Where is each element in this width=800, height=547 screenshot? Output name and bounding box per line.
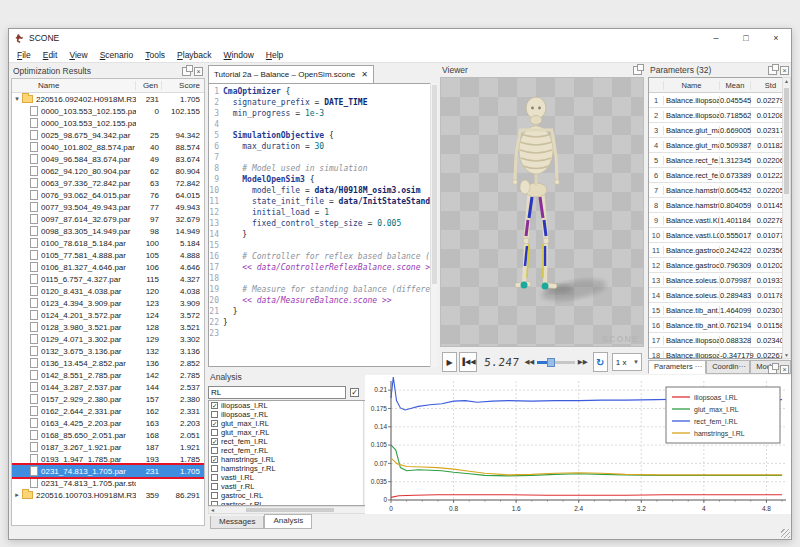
- parameters-scrollbar[interactable]: ▲ ▼: [782, 77, 791, 359]
- code-line[interactable]: 13 fixed_control_step_size = 0.005: [209, 218, 437, 229]
- menu-help[interactable]: Help: [260, 49, 289, 61]
- title-bar[interactable]: SCONE – □ ×: [9, 29, 791, 47]
- tree-row[interactable]: 0162_2.644_2.331.par1622.331: [12, 405, 204, 417]
- tree-row[interactable]: 0000_103.553_102.155.par.sto: [12, 117, 204, 129]
- channel-checkbox[interactable]: [211, 411, 218, 418]
- tab-close-icon[interactable]: ✕: [361, 70, 368, 79]
- menu-tools[interactable]: Tools: [139, 49, 171, 61]
- tree-row[interactable]: 0040_101.802_88.574.par4088.574: [12, 141, 204, 153]
- float-panel-icon[interactable]: [633, 66, 642, 75]
- menu-window[interactable]: Window: [218, 49, 260, 61]
- channel-checkbox[interactable]: [211, 492, 218, 499]
- tree-row[interactable]: 0049_96.584_83.674.par4983.674: [12, 153, 204, 165]
- tree-row[interactable]: 0077_93.504_49.943.par7749.943: [12, 201, 204, 213]
- parameter-row[interactable]: 4Balance.glut_ma...0.5093870.011820: [649, 138, 790, 153]
- tab-coordin[interactable]: Coordin···: [706, 360, 750, 374]
- float-panel-icon[interactable]: [768, 66, 777, 75]
- parameters-header-row[interactable]: NameMeanStd: [649, 78, 790, 93]
- tree-row[interactable]: ▸220516.100703.H0918M.R32.BW.D...35986.2…: [12, 489, 204, 501]
- float-panel-icon[interactable]: [182, 67, 191, 76]
- tree-row[interactable]: 0000_103.553_102.155.par0102.155: [12, 105, 204, 117]
- editor-tab[interactable]: Tutorial 2a – Balance – OpenSim.scone ✕: [208, 65, 374, 83]
- parameter-row[interactable]: 15Balance.tib_ant.KL1.4640990.023012: [649, 303, 790, 318]
- code-line[interactable]: 7: [209, 152, 437, 163]
- tree-row[interactable]: 0062_94.120_80.904.par6280.904: [12, 165, 204, 177]
- tree-row[interactable]: 0115_6.757_4.327.par1154.327: [12, 273, 204, 285]
- tree-row[interactable]: 0100_78.618_5.184.par1005.184: [12, 237, 204, 249]
- step-back-icon[interactable]: ◀◀: [524, 358, 534, 366]
- code-line[interactable]: 21 }: [209, 306, 437, 317]
- minimize-button[interactable]: –: [701, 29, 731, 47]
- code-line[interactable]: 6 max_duration = 30: [209, 141, 437, 152]
- maximize-button[interactable]: □: [731, 29, 761, 47]
- code-line[interactable]: 15: [209, 240, 437, 251]
- play-button[interactable]: ▶: [442, 352, 457, 372]
- column-name[interactable]: Name: [12, 81, 136, 90]
- code-line[interactable]: 8 # Model used in simulation: [209, 163, 437, 174]
- channel-item[interactable]: iliopsoas_r.RL: [209, 410, 371, 419]
- tab-messages[interactable]: Messages: [210, 516, 264, 529]
- float-panel-icon[interactable]: [768, 365, 777, 374]
- playback-speed-select[interactable]: 1 x ▼: [612, 353, 642, 371]
- channel-item[interactable]: hamstrings_l.RL: [209, 455, 371, 464]
- column-score[interactable]: Score: [162, 81, 204, 90]
- code-line[interactable]: 16 # Controller for reflex based balance…: [209, 251, 437, 262]
- parameter-row[interactable]: 8Balance.hamstri...0.8040590.011455: [649, 198, 790, 213]
- scroll-left-icon[interactable]: ◄: [210, 507, 215, 513]
- channel-item[interactable]: vasti_r.RL: [209, 482, 371, 491]
- menu-edit[interactable]: Edit: [37, 49, 64, 61]
- tree-row[interactable]: 0063_97.336_72.842.par6372.842: [12, 177, 204, 189]
- channel-item[interactable]: glut_max_l.RL: [209, 419, 371, 428]
- menu-playback[interactable]: Playback: [171, 49, 218, 61]
- code-line[interactable]: 2 signature_prefix = DATE_TIME: [209, 97, 437, 108]
- parameter-row[interactable]: 10Balance.vasti.L00.5550170.010772: [649, 228, 790, 243]
- close-panel-icon[interactable]: ×: [780, 66, 789, 75]
- channel-checkbox[interactable]: [211, 429, 218, 436]
- tree-row[interactable]: 0132_3.675_3.136.par1323.136: [12, 345, 204, 357]
- tree-row[interactable]: 0106_81.327_4.646.par1064.646: [12, 261, 204, 273]
- channel-checkbox[interactable]: [211, 483, 218, 490]
- time-slider[interactable]: [537, 355, 574, 369]
- parameter-row[interactable]: 12Balance.gastroc...0.7963090.012028: [649, 258, 790, 273]
- code-line[interactable]: 23: [209, 328, 437, 339]
- filter-checkbox[interactable]: [350, 388, 359, 397]
- refresh-icon[interactable]: ↻: [593, 352, 608, 372]
- channel-item[interactable]: glut_max_r.RL: [209, 428, 371, 437]
- channel-checkbox[interactable]: [211, 474, 218, 481]
- parameter-row[interactable]: 17Balance.iliopsoa...0.0883280.023400: [649, 333, 790, 348]
- expander-icon[interactable]: ▾: [12, 95, 22, 103]
- parameter-row[interactable]: 5Balance.rect_fe...1.3123450.022062: [649, 153, 790, 168]
- channel-item[interactable]: rect_fem_r.RL: [209, 446, 371, 455]
- channel-item[interactable]: vasti_l.RL: [209, 473, 371, 482]
- tree-row[interactable]: ▾220516.092402.H0918M.R32.BW.D...2311.70…: [12, 93, 204, 105]
- column-mean[interactable]: Mean: [720, 81, 751, 90]
- code-line[interactable]: 18: [209, 273, 437, 284]
- editor-scrollbar[interactable]: [430, 83, 438, 367]
- tree-row[interactable]: 0076_93.062_64.015.par7664.015: [12, 189, 204, 201]
- channel-item[interactable]: hamstrings_r.RL: [209, 464, 371, 473]
- tree-row[interactable]: 0136_13.454_2.852.par1362.852: [12, 357, 204, 369]
- channel-checkbox[interactable]: [211, 456, 218, 463]
- tree-row[interactable]: 0193_1.947_1.785.par1931.785: [12, 453, 204, 465]
- channel-checkbox[interactable]: [211, 420, 218, 427]
- tree-row[interactable]: 0187_3.267_1.921.par1871.921: [12, 441, 204, 453]
- expander-icon[interactable]: ▸: [12, 491, 22, 499]
- code-line[interactable]: 3 min_progress = 1e-3: [209, 108, 437, 119]
- menu-view[interactable]: View: [63, 49, 93, 61]
- code-line[interactable]: 12 initial_load = 1: [209, 207, 437, 218]
- 3d-viewport[interactable]: SCONE: [440, 77, 644, 347]
- close-button[interactable]: ×: [761, 29, 791, 47]
- parameter-row[interactable]: 13Balance.soleus.KL0.0799870.019333: [649, 273, 790, 288]
- tree-row[interactable]: 0163_4.425_2.203.par1632.203: [12, 417, 204, 429]
- muscle-activation-chart[interactable]: 00.0350.070.1050.140.1750.2100.81.62.43.…: [365, 375, 791, 514]
- tree-row[interactable]: 0231_74.813_1.705.par.sto: [12, 477, 204, 489]
- tab-parameters[interactable]: Parameters ···: [648, 360, 706, 374]
- channel-hscrollbar[interactable]: ◄ ►: [208, 506, 372, 514]
- step-forward-icon[interactable]: ▶▶: [578, 358, 588, 366]
- code-editor[interactable]: 1CmaOptimizer {2 signature_prefix = DATE…: [208, 83, 438, 367]
- parameter-row[interactable]: 3Balance.glut_ma...0.6690050.023176: [649, 123, 790, 138]
- column-gen[interactable]: Gen: [136, 81, 162, 90]
- tree-row[interactable]: 0129_4.071_3.302.par1293.302: [12, 333, 204, 345]
- close-panel-icon[interactable]: ×: [194, 67, 203, 76]
- channel-item[interactable]: gastroc_l.RL: [209, 491, 371, 500]
